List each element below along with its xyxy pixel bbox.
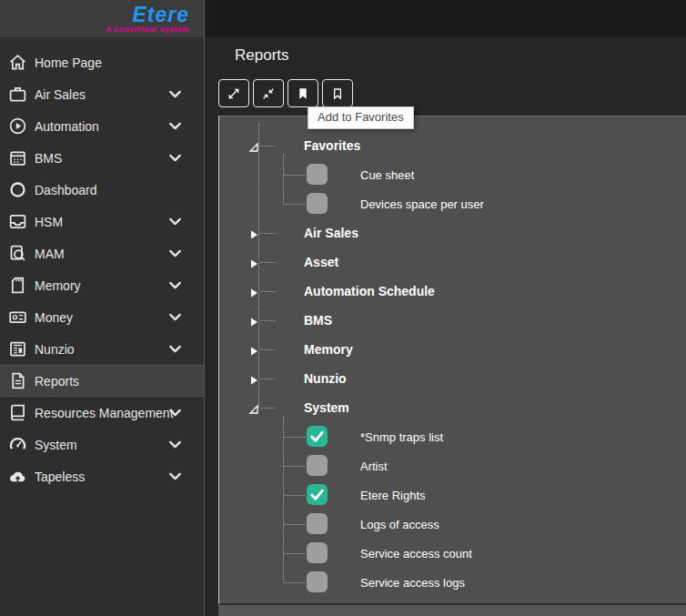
sidebar-item-dashboard[interactable]: Dashboard [0, 174, 204, 206]
top-bar [205, 0, 686, 37]
chevron-down-icon [166, 435, 185, 454]
sidebar-item-air-sales[interactable]: Air Sales [0, 78, 204, 110]
sidebar-item-system[interactable]: System [0, 429, 204, 460]
briefcase-icon [8, 85, 27, 104]
tree-node-label: System [304, 400, 349, 415]
chevron-down-icon [166, 276, 185, 295]
tree-node-label: Memory [304, 342, 353, 357]
gauge-icon [8, 435, 27, 454]
book-icon [8, 403, 27, 422]
expand-icon [227, 86, 241, 101]
tree-checkbox-cue-sheet[interactable] [307, 164, 328, 185]
tree-row-artist: Artist [219, 451, 686, 480]
triangle-collapsed-icon[interactable] [248, 257, 259, 268]
sidebar-item-label: Home Page [35, 56, 102, 70]
sidebar-item-label: Air Sales [35, 87, 86, 102]
chevron-down-icon [166, 116, 185, 136]
tree-row-asset: Asset [219, 247, 686, 277]
report-icon [8, 371, 27, 390]
apps-menu-button[interactable] [217, 6, 242, 32]
favorite-filled-button[interactable] [288, 79, 318, 107]
archive-icon [8, 212, 27, 231]
tree-row-snmp-traps-list: *Snmp traps list [219, 422, 686, 451]
sidebar-item-label: Dashboard [35, 183, 97, 197]
chevron-down-icon [166, 212, 185, 231]
tree-row-devices-space-per-user: Devices space per user [219, 189, 686, 218]
tree: FavoritesCue sheetDevices space per user… [219, 116, 686, 597]
tree-row-air-sales: Air Sales [219, 218, 686, 247]
newspaper-icon [8, 339, 27, 358]
chevron-down-icon [166, 85, 185, 104]
sidebar-item-resources-management[interactable]: Resources Management [0, 397, 204, 429]
toolbar [218, 79, 686, 107]
tree-checkbox-service-access-logs[interactable] [307, 571, 328, 592]
sidebar-item-nunzio[interactable]: Nunzio [0, 333, 204, 365]
tree-node-label: Asset [304, 255, 338, 269]
logo-title: Etere [132, 5, 189, 25]
tooltip-text: Add to Favorites [318, 110, 404, 124]
sidebar-item-hsm[interactable]: HSM [0, 206, 204, 237]
collapse-all-button[interactable] [253, 79, 284, 107]
sidebar-item-label: Resources Management [35, 406, 174, 420]
tree-node-label: Air Sales [304, 226, 358, 240]
tree-checkbox-logs-of-access[interactable] [307, 513, 328, 534]
tree-node-label: Automation Schedule [304, 284, 435, 298]
reports-tree-panel: FavoritesCue sheetDevices space per user… [218, 116, 686, 605]
tree-node-label: Devices space per user [360, 197, 484, 211]
sidebar-item-bms[interactable]: BMS [0, 142, 204, 174]
sidebar-item-label: Reports [35, 374, 79, 389]
sidebar-item-label: HSM [35, 215, 63, 229]
tree-row-service-access-count: Service access count [219, 539, 686, 568]
sd-card-icon [8, 276, 27, 295]
sidebar-item-memory[interactable]: Memory [0, 269, 204, 301]
expand-all-button[interactable] [218, 79, 249, 107]
tree-node-label: Artist [360, 459, 388, 473]
chevron-down-icon [166, 403, 185, 422]
logo-tagline: A consistent system [106, 25, 189, 34]
circle-icon [8, 180, 27, 199]
chevron-down-icon [166, 148, 185, 167]
tree-row-service-access-logs: Service access logs [219, 568, 686, 597]
tree-checkbox-devices-space-per-user[interactable] [307, 193, 328, 214]
triangle-expanded-icon[interactable] [248, 140, 259, 151]
page-title: Reports [235, 46, 686, 68]
sidebar-item-reports[interactable]: Reports [0, 365, 204, 397]
chevron-down-icon [166, 244, 185, 263]
tooltip: Add to Favorites [308, 106, 414, 129]
tree-checkbox-etere-rights[interactable] [307, 484, 328, 505]
sidebar-item-label: Money [35, 310, 73, 325]
sidebar-item-money[interactable]: Money [0, 301, 204, 333]
tree-checkbox-service-access-count[interactable] [307, 542, 328, 563]
sidebar-item-mam[interactable]: MAM [0, 237, 204, 269]
sidebar-item-tapeless[interactable]: Tapeless [0, 460, 204, 492]
panel-footer-strip [218, 605, 686, 616]
tree-node-label: Nunzio [304, 371, 347, 386]
tree-row-automation-schedule: Automation Schedule [219, 277, 686, 306]
sidebar: Etere A consistent system Home PageAir S… [0, 0, 205, 616]
triangle-collapsed-icon[interactable] [248, 286, 259, 297]
tree-row-logs-of-access: Logs of access [219, 510, 686, 539]
add-to-favorites-button[interactable] [322, 79, 353, 107]
collapse-icon [261, 86, 276, 101]
sidebar-item-label: MAM [35, 247, 65, 261]
home-icon [8, 53, 27, 72]
tree-row-nunzio: Nunzio [219, 364, 686, 393]
triangle-collapsed-icon[interactable] [248, 315, 259, 326]
triangle-collapsed-icon[interactable] [248, 227, 259, 238]
tree-checkbox-snmp-traps-list[interactable] [307, 426, 328, 447]
tree-node-label: Service access logs [360, 576, 465, 590]
tree-row-etere-rights: Etere Rights [219, 480, 686, 510]
triangle-collapsed-icon[interactable] [248, 373, 259, 384]
media-search-icon [8, 244, 27, 263]
tree-row-cue-sheet: Cue sheet [219, 160, 686, 189]
triangle-collapsed-icon[interactable] [248, 344, 259, 355]
tree-checkbox-artist[interactable] [307, 455, 328, 476]
triangle-expanded-icon[interactable] [248, 402, 259, 413]
tree-node-label: BMS [304, 313, 332, 328]
calendar-icon [8, 148, 27, 167]
sidebar-item-automation[interactable]: Automation [0, 110, 204, 142]
tree-node-label: Service access count [360, 547, 472, 560]
main-area: Reports FavoritesCue sheetDevices space … [205, 0, 686, 616]
tree-row-favorites: Favorites [219, 131, 686, 160]
sidebar-item-home-page[interactable]: Home Page [0, 46, 204, 78]
